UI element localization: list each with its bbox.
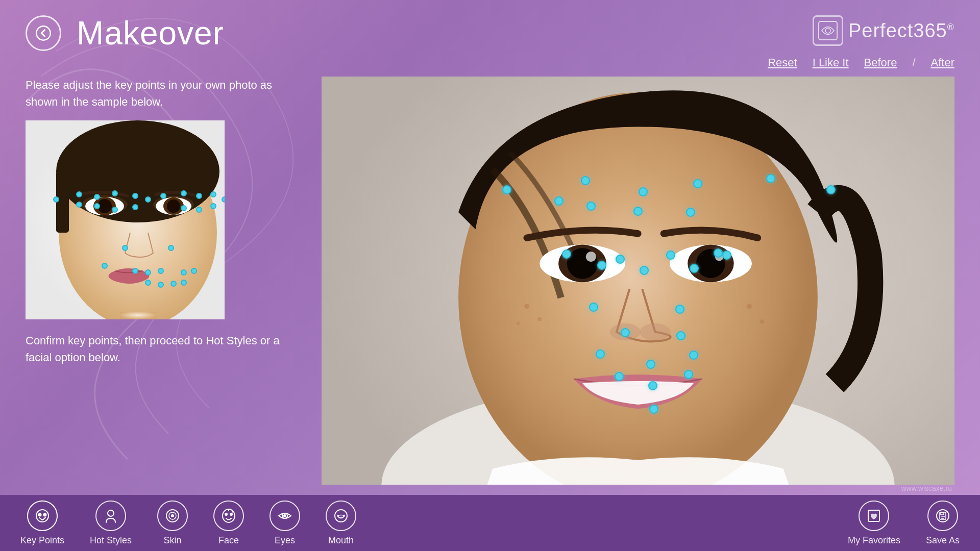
skin-icon: [157, 500, 188, 531]
key-points-icon: [27, 500, 58, 531]
svg-point-11: [97, 199, 112, 213]
mouth-label: Mouth: [328, 535, 354, 546]
main-keypoint[interactable]: [589, 303, 598, 312]
skin-label: Skin: [164, 535, 182, 546]
instruction-top: Please adjust the key points in your own…: [26, 77, 301, 110]
main-keypoint[interactable]: [586, 202, 596, 211]
watermark: www.wiscaxe.ru: [901, 484, 952, 492]
main-keypoint[interactable]: [621, 328, 630, 337]
svg-rect-53: [941, 512, 944, 515]
main-keypoint[interactable]: [666, 251, 675, 260]
main-keypoint[interactable]: [649, 405, 658, 414]
sample-face: [26, 120, 225, 319]
mouth-icon: [326, 500, 356, 531]
logo-text: Perfect365®: [848, 20, 954, 42]
page-title: Makeover: [77, 14, 224, 52]
svg-point-5: [56, 120, 219, 222]
logo: Perfect365®: [813, 15, 954, 46]
toolbar: Key Points Hot Styles Skin: [0, 495, 980, 551]
svg-rect-15: [120, 312, 156, 319]
main-keypoint[interactable]: [684, 370, 693, 379]
instruction-bottom: Confirm key points, then proceed to Hot …: [26, 332, 301, 366]
main-keypoints-overlay: [322, 77, 954, 485]
my-favorites-label: My Favorites: [848, 535, 900, 546]
main-keypoint[interactable]: [648, 381, 657, 390]
main-keypoint[interactable]: [826, 185, 836, 194]
main-keypoint[interactable]: [616, 255, 625, 264]
svg-point-51: [937, 510, 949, 522]
main-keypoint[interactable]: [675, 305, 684, 314]
main-keypoint[interactable]: [554, 196, 564, 206]
toolbar-item-skin[interactable]: Skin: [157, 500, 188, 546]
main-content: Please adjust the key points in your own…: [0, 66, 980, 495]
svg-point-38: [108, 510, 114, 516]
svg-point-49: [335, 510, 347, 522]
toolbar-item-save-as[interactable]: Save As: [926, 500, 960, 546]
main-keypoint[interactable]: [639, 187, 648, 196]
hot-styles-label: Hot Styles: [90, 535, 132, 546]
face-label: Face: [218, 535, 239, 546]
svg-point-2: [825, 28, 830, 33]
eyes-icon: [270, 500, 300, 531]
key-points-label: Key Points: [20, 535, 64, 546]
toolbar-item-face[interactable]: Face: [213, 500, 244, 546]
svg-point-41: [172, 515, 174, 517]
main-keypoint[interactable]: [633, 207, 643, 216]
logo-icon: [813, 15, 843, 46]
svg-point-0: [36, 26, 51, 40]
svg-point-46: [230, 513, 232, 515]
svg-point-48: [284, 515, 286, 517]
main-keypoint[interactable]: [689, 350, 698, 360]
svg-point-45: [225, 513, 227, 515]
main-keypoint[interactable]: [615, 372, 624, 381]
left-panel: Please adjust the key points in your own…: [26, 77, 301, 485]
main-keypoint[interactable]: [562, 249, 571, 259]
toolbar-item-mouth[interactable]: Mouth: [326, 500, 356, 546]
main-keypoint[interactable]: [722, 251, 731, 260]
main-keypoint[interactable]: [597, 261, 606, 270]
svg-rect-6: [56, 171, 69, 233]
toolbar-item-eyes[interactable]: Eyes: [270, 500, 300, 546]
back-button[interactable]: [26, 15, 61, 51]
main-keypoint[interactable]: [676, 331, 685, 340]
save-as-icon: [927, 500, 958, 531]
svg-point-37: [44, 513, 46, 516]
hot-styles-icon: [95, 500, 126, 531]
main-keypoint[interactable]: [596, 349, 605, 359]
svg-point-36: [39, 513, 41, 516]
main-keypoint[interactable]: [581, 176, 590, 185]
main-keypoint[interactable]: [766, 174, 775, 183]
toolbar-item-key-points[interactable]: Key Points: [20, 500, 64, 546]
main-keypoint[interactable]: [693, 179, 702, 188]
toolbar-left: Key Points Hot Styles Skin: [20, 500, 356, 546]
main-photo[interactable]: [322, 77, 954, 485]
face-svg: [26, 120, 225, 319]
main-photo-area: [322, 77, 954, 485]
svg-line-44: [232, 511, 233, 512]
save-as-label: Save As: [926, 535, 960, 546]
eyes-label: Eyes: [275, 535, 295, 546]
main-keypoint[interactable]: [646, 360, 655, 369]
toolbar-right: My Favorites Save As: [848, 500, 960, 546]
toolbar-item-my-favorites[interactable]: My Favorites: [848, 500, 900, 546]
main-keypoint[interactable]: [690, 264, 699, 273]
face-icon: [213, 500, 244, 531]
main-keypoint[interactable]: [502, 185, 511, 194]
toolbar-item-hot-styles[interactable]: Hot Styles: [90, 500, 132, 546]
sample-image-container: [26, 120, 225, 319]
main-keypoint[interactable]: [640, 266, 649, 275]
main-keypoint[interactable]: [686, 208, 695, 217]
svg-point-14: [167, 199, 180, 213]
my-favorites-icon: [859, 500, 889, 531]
